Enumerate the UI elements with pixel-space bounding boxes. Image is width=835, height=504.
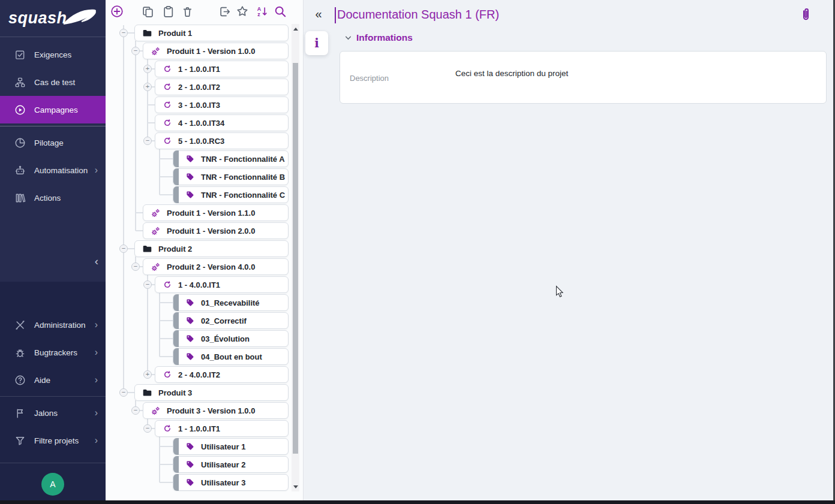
tree-node-iteration[interactable]: 1 - 1.0.0.IT1 (155, 420, 289, 437)
favorite-button[interactable] (235, 4, 250, 19)
page-title[interactable]: Documentation Squash 1 (FR) (337, 8, 499, 22)
milestones-icon (14, 407, 26, 419)
tree-node-version[interactable]: Produit 2 - Version 4.0.0 (143, 258, 289, 275)
chevron-right-icon: › (95, 348, 98, 357)
tree-node-label: Produit 1 (158, 29, 192, 38)
iteration-icon (163, 370, 172, 379)
add-button[interactable] (109, 4, 125, 19)
folder-icon (142, 244, 152, 254)
tree: −Produit 1−Produit 1 - Version 1.0.0+1 -… (106, 24, 292, 495)
sidebar-item-label: Campagnes (34, 105, 78, 114)
paste-button[interactable] (160, 4, 176, 19)
tree-node-folder[interactable]: Produit 2 (134, 240, 289, 257)
tree-connector (160, 464, 173, 465)
tree-node-toggle[interactable]: − (131, 406, 140, 415)
tree-node-version[interactable]: Produit 1 - Version 2.0.0 (143, 222, 289, 239)
attachment-button[interactable] (797, 5, 815, 25)
tree-node-suite[interactable]: Utilisateur 2 (173, 456, 289, 473)
tree-node-suite[interactable]: 02_Correctif (173, 312, 289, 329)
scroll-up-button[interactable] (292, 24, 299, 34)
sidebar-item-exigences[interactable]: Exigences (0, 41, 106, 68)
squash-logo[interactable]: squash (0, 0, 106, 37)
description-value[interactable]: Ceci est la description du projet (455, 69, 568, 78)
tree-node-folder[interactable]: Produit 3 (134, 384, 289, 401)
screen-bottom-edge (0, 500, 835, 504)
project-filter-icon (14, 434, 26, 446)
tree-node-suite[interactable]: TNR - Fonctionnalité A (173, 150, 289, 167)
tree-node-version[interactable]: Produit 1 - Version 1.0.0 (143, 43, 289, 59)
tree-node-version[interactable]: Produit 1 - Version 1.1.0 (143, 204, 289, 221)
sidebar-item-administration[interactable]: Administration› (0, 311, 106, 339)
tree-connector (148, 122, 155, 123)
tree-node-folder[interactable]: Produit 1 (134, 25, 289, 41)
nav-divider (0, 396, 106, 397)
export-button[interactable] (217, 4, 232, 19)
tree-node-label: 2 - 4.0.0.IT2 (178, 370, 220, 379)
delete-button[interactable] (179, 4, 195, 19)
tree-node-toggle[interactable]: + (143, 83, 152, 91)
tree-node-version[interactable]: Produit 3 - Version 1.0.0 (143, 402, 289, 419)
sidebar-nav-top: ExigencesCas de testCampagnesPilotageAut… (0, 41, 106, 212)
tree-node-toggle[interactable]: − (119, 245, 128, 253)
tree-node-iteration[interactable]: 4 - 1.0.0.IT34 (155, 114, 289, 131)
informations-section-header[interactable]: Informations (344, 32, 413, 43)
tree-node-iteration[interactable]: 2 - 4.0.0.IT2 (155, 366, 289, 383)
tree-node-label: 2 - 1.0.0.IT2 (178, 83, 220, 92)
sidebar-item-filtre-projets[interactable]: Filtre projets› (0, 427, 106, 454)
tree-node-suite[interactable]: 04_Bout en bout (173, 348, 289, 365)
sidebar-item-bugtrackers[interactable]: Bugtrackers› (0, 339, 106, 366)
tree-node-toggle[interactable]: − (131, 262, 140, 271)
tree-node-iteration[interactable]: 5 - 1.0.0.RC3 (155, 132, 289, 149)
delete-icon (181, 5, 194, 18)
tree-node-iteration[interactable]: 1 - 1.0.0.IT1 (155, 61, 289, 77)
tree-node-suite[interactable]: 01_Recevabilité (173, 294, 289, 311)
tree-node-suite[interactable]: Utilisateur 1 (173, 438, 289, 455)
tree-toolbar: Az (106, 0, 303, 23)
scrollbar-thumb[interactable] (293, 63, 298, 454)
search-button[interactable] (272, 4, 288, 19)
sidebar-item-cas-de-test[interactable]: Cas de test (0, 68, 106, 96)
sidebar-item-actions[interactable]: Actions (0, 184, 106, 212)
tree-node-toggle[interactable]: − (143, 280, 152, 289)
favorite-icon (236, 5, 249, 18)
tree-scrollbar[interactable] (292, 24, 299, 491)
svg-text:z: z (257, 11, 260, 17)
tree-node-toggle[interactable]: − (143, 424, 152, 433)
tag-icon (185, 334, 195, 343)
paste-icon (162, 5, 175, 18)
user-avatar[interactable]: A (41, 473, 64, 496)
tree-node-iteration[interactable]: 3 - 1.0.0.IT3 (155, 96, 289, 113)
sidebar-item-label: Cas de test (34, 78, 75, 87)
tree-node-suite[interactable]: TNR - Fonctionnalité C (173, 186, 289, 203)
tree-node-toggle[interactable]: − (119, 29, 128, 37)
tree-node-toggle[interactable]: − (143, 137, 152, 145)
sort-az-icon: Az (256, 5, 268, 18)
tab-information[interactable]: i (305, 31, 328, 55)
scroll-down-button[interactable] (292, 482, 299, 491)
sort-az-button[interactable]: Az (254, 4, 269, 19)
tree-node-iteration[interactable]: 2 - 1.0.0.IT2 (155, 79, 289, 95)
sidebar-item-pilotage[interactable]: Pilotage (0, 129, 106, 156)
tree-connector (147, 274, 148, 375)
tree-node-label: 5 - 1.0.0.RC3 (178, 137, 224, 146)
tree-node-toggle[interactable]: − (131, 47, 140, 55)
sidebar-item-automatisation[interactable]: Automatisation› (0, 156, 106, 184)
tree-node-suite[interactable]: TNR - Fonctionnalité B (173, 168, 289, 185)
sidebar-item-label: Bugtrackers (34, 348, 77, 357)
copy-button[interactable] (140, 4, 155, 19)
tree-node-suite[interactable]: Utilisateur 3 (173, 474, 289, 491)
tree-node-toggle[interactable]: + (143, 370, 152, 379)
tree-node-iteration[interactable]: 1 - 4.0.0.IT1 (155, 276, 289, 293)
tree-node-toggle[interactable]: + (143, 65, 152, 73)
sidebar-collapse-chevron[interactable]: ‹ (95, 255, 98, 267)
tree-node-label: TNR - Fonctionnalité A (201, 155, 285, 164)
tree-node-label: 3 - 1.0.0.IT3 (178, 101, 220, 110)
tree-node-toggle[interactable]: − (119, 388, 128, 397)
logo-swoosh-icon (64, 5, 97, 29)
iteration-icon (163, 100, 172, 110)
sidebar-item-campagnes[interactable]: Campagnes (0, 96, 106, 123)
collapse-tree-button[interactable]: « (311, 6, 326, 22)
sidebar-item-aide[interactable]: Aide› (0, 366, 106, 394)
sidebar-item-jalons[interactable]: Jalons› (0, 399, 106, 427)
tree-node-suite[interactable]: 03_Évolution (173, 330, 289, 347)
